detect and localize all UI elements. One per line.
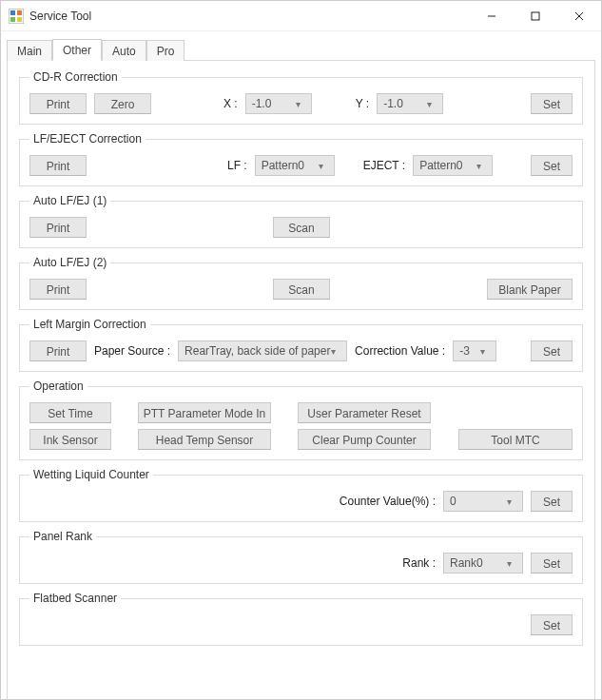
eject-label: EJECT : xyxy=(363,159,405,172)
chevron-down-icon: ▾ xyxy=(476,161,486,171)
counter-value-select[interactable]: 0 ▾ xyxy=(443,491,523,512)
group-lf-eject-correction: LF/EJECT Correction Print LF : Pattern0 … xyxy=(19,132,583,186)
group-wetting-liquid-counter: Wetting Liquid Counter Counter Value(%) … xyxy=(19,468,583,522)
print-button[interactable]: Print xyxy=(29,155,87,176)
group-title: Flatbed Scanner xyxy=(29,592,121,605)
lf-value: Pattern0 xyxy=(262,159,304,172)
ink-sensor-button[interactable]: Ink Sensor xyxy=(29,429,111,450)
group-title: Panel Rank xyxy=(29,530,96,543)
x-value: -1.0 xyxy=(252,97,272,110)
print-button[interactable]: Print xyxy=(29,217,87,238)
set-button[interactable]: Set xyxy=(531,93,573,114)
set-button[interactable]: Set xyxy=(531,491,573,512)
tool-mtc-button[interactable]: Tool MTC xyxy=(458,429,573,450)
content-area: Main Other Auto Pro CD-R Correction Prin… xyxy=(1,31,601,699)
ptt-parameter-mode-in-button[interactable]: PTT Parameter Mode In xyxy=(138,402,271,423)
chevron-down-icon: ▾ xyxy=(319,161,328,171)
set-button[interactable]: Set xyxy=(531,553,573,574)
chevron-down-icon: ▾ xyxy=(507,496,516,507)
head-temp-sensor-button[interactable]: Head Temp Sensor xyxy=(138,429,271,450)
counter-value: 0 xyxy=(450,495,456,508)
svg-rect-1 xyxy=(10,10,15,15)
rank-value: Rank0 xyxy=(450,556,483,570)
scan-button[interactable]: Scan xyxy=(273,279,330,300)
blank-paper-button[interactable]: Blank Paper xyxy=(487,279,573,300)
set-button[interactable]: Set xyxy=(531,614,573,635)
tab-main[interactable]: Main xyxy=(7,40,52,61)
window: Service Tool Main Other Auto Pro CD-R Co… xyxy=(0,0,602,700)
print-button[interactable]: Print xyxy=(29,93,87,114)
clear-pump-counter-button[interactable]: Clear Pump Counter xyxy=(298,429,431,450)
titlebar: Service Tool xyxy=(1,1,601,31)
group-flatbed-scanner: Flatbed Scanner Set xyxy=(19,592,583,646)
group-title: Auto LF/EJ (1) xyxy=(29,194,110,207)
minimize-button[interactable] xyxy=(470,1,514,30)
correction-value: -3 xyxy=(459,344,470,358)
chevron-down-icon: ▾ xyxy=(427,99,437,109)
svg-rect-6 xyxy=(532,12,539,20)
group-cdr-correction: CD-R Correction Print Zero X : -1.0 ▾ Y … xyxy=(19,70,583,125)
y-label: Y : xyxy=(356,97,369,110)
tabstrip: Main Other Auto Pro xyxy=(7,37,595,60)
tab-other[interactable]: Other xyxy=(52,39,102,61)
close-button[interactable] xyxy=(557,1,601,30)
group-title: CD-R Correction xyxy=(29,70,122,84)
chevron-down-icon: ▾ xyxy=(296,99,305,109)
tab-pro[interactable]: Pro xyxy=(146,40,185,61)
set-time-button[interactable]: Set Time xyxy=(29,402,111,423)
zero-button[interactable]: Zero xyxy=(94,93,151,114)
group-title: Operation xyxy=(29,379,87,393)
group-title: Left Margin Correction xyxy=(29,318,150,331)
group-title: Wetting Liquid Counter xyxy=(29,468,153,481)
window-title: Service Tool xyxy=(29,10,470,23)
maximize-button[interactable] xyxy=(514,1,557,30)
rank-select[interactable]: Rank0 ▾ xyxy=(443,553,523,574)
rank-label: Rank : xyxy=(402,556,436,570)
x-label: X : xyxy=(223,97,238,110)
correction-value-select[interactable]: -3 ▾ xyxy=(453,340,496,361)
paper-source-select[interactable]: RearTray, back side of paper ▾ xyxy=(178,340,347,361)
tab-auto[interactable]: Auto xyxy=(102,40,146,61)
print-button[interactable]: Print xyxy=(29,340,87,361)
group-auto-lf-ej-2: Auto LF/EJ (2) Print Scan Blank Paper xyxy=(19,256,583,310)
eject-select[interactable]: Pattern0 ▾ xyxy=(413,155,493,176)
chevron-down-icon: ▾ xyxy=(507,558,516,569)
app-icon xyxy=(9,9,24,24)
x-select[interactable]: -1.0 ▾ xyxy=(245,93,312,114)
svg-rect-4 xyxy=(17,17,22,22)
group-auto-lf-ej-1: Auto LF/EJ (1) Print Scan xyxy=(19,194,583,248)
correction-value-label: Correction Value : xyxy=(355,344,445,358)
chevron-down-icon: ▾ xyxy=(331,346,340,357)
chevron-down-icon: ▾ xyxy=(480,346,490,357)
svg-rect-3 xyxy=(10,17,15,22)
user-parameter-reset-button[interactable]: User Parameter Reset xyxy=(298,402,431,423)
svg-rect-2 xyxy=(17,10,22,15)
group-left-margin-correction: Left Margin Correction Print Paper Sourc… xyxy=(19,318,583,372)
group-title: Auto LF/EJ (2) xyxy=(29,256,110,269)
lf-select[interactable]: Pattern0 ▾ xyxy=(255,155,335,176)
eject-value: Pattern0 xyxy=(419,159,462,172)
set-button[interactable]: Set xyxy=(531,340,573,361)
scan-button[interactable]: Scan xyxy=(273,217,330,238)
paper-source-label: Paper Source : xyxy=(94,344,170,358)
group-operation: Operation Set Time PTT Parameter Mode In… xyxy=(19,379,583,460)
group-title: LF/EJECT Correction xyxy=(29,132,146,146)
set-button[interactable]: Set xyxy=(531,155,573,176)
y-select[interactable]: -1.0 ▾ xyxy=(377,93,443,114)
counter-value-label: Counter Value(%) : xyxy=(340,495,436,508)
lf-label: LF : xyxy=(227,159,247,172)
y-value: -1.0 xyxy=(383,97,403,110)
window-controls xyxy=(470,1,601,30)
group-panel-rank: Panel Rank Rank : Rank0 ▾ Set xyxy=(19,530,583,584)
tab-panel-other: CD-R Correction Print Zero X : -1.0 ▾ Y … xyxy=(7,60,595,699)
paper-source-value: RearTray, back side of paper xyxy=(184,344,330,358)
print-button[interactable]: Print xyxy=(29,279,87,300)
